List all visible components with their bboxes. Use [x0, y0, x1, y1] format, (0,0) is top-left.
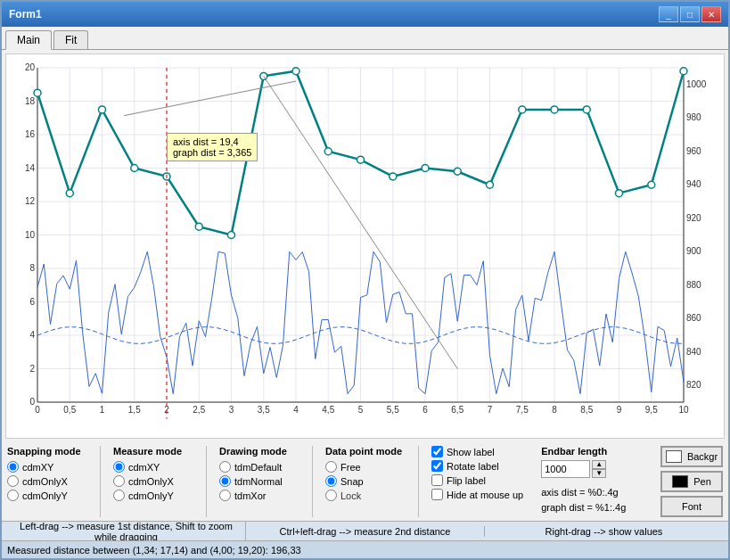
endbar-up[interactable]: ▲ — [592, 460, 606, 469]
controls-row: Snapping mode cdmXY cdmOnlyX cdmOnlyY — [7, 446, 723, 517]
dist-line1: axis dist = %0:.4g — [541, 485, 626, 500]
endbar-input-row: ▲ ▼ — [541, 460, 626, 478]
separator-2 — [206, 446, 207, 517]
minimize-button[interactable]: _ — [659, 6, 678, 22]
tab-fit[interactable]: Fit — [53, 30, 88, 49]
measure-mode-group: Measure mode cdmXY cdmOnlyX cdmOnlyY — [113, 446, 193, 501]
drawing-mode-group: Drawing mode tdmDefault tdmNormal tdmXor — [219, 446, 299, 501]
status-center: Ctrl+left-drag --> measure 2nd distance — [246, 526, 485, 537]
backgr-swatch — [666, 450, 682, 463]
measure-cdmonlyy[interactable]: cdmOnlyY — [113, 490, 193, 501]
tabs-bar: Main Fit — [2, 27, 728, 50]
hide-mouse-up-check[interactable]: Hide at mouse up — [431, 489, 523, 500]
checkbox-group: Show label Rotate label Flip label Hide … — [431, 446, 523, 500]
data-point-mode-group: Data point mode Free Snap Lock — [325, 446, 406, 501]
status-bar: Left-drag --> measure 1st distance, Shif… — [2, 521, 728, 540]
separator-3 — [312, 446, 313, 517]
tab-main[interactable]: Main — [5, 30, 52, 50]
status-left: Left-drag --> measure 1st distance, Shif… — [7, 521, 246, 542]
pen-swatch — [672, 475, 688, 488]
window-controls: _ □ ✕ — [659, 6, 721, 22]
title-bar: Form1 _ □ ✕ — [2, 2, 728, 27]
measure-mode-title: Measure mode — [113, 446, 193, 457]
main-window: Form1 _ □ ✕ Main Fit axis dist = 19,4 gr… — [0, 0, 730, 560]
endbar-group: Endbar length ▲ ▼ axis dist = %0:.4g gra… — [541, 446, 626, 515]
snapping-cdmonlyx[interactable]: cdmOnlyX — [7, 475, 87, 487]
dist-formula: axis dist = %0:.4g graph dist = %1:.4g — [541, 485, 626, 515]
endbar-spinner: ▲ ▼ — [592, 460, 606, 478]
dist-line2: graph dist = %1:.4g — [541, 500, 626, 515]
close-button[interactable]: ✕ — [701, 6, 721, 22]
snapping-cdmxy[interactable]: cdmXY — [7, 461, 87, 473]
show-label-check[interactable]: Show label — [431, 446, 523, 457]
dp-lock[interactable]: Lock — [325, 490, 406, 501]
endbar-down[interactable]: ▼ — [592, 469, 606, 478]
separator-1 — [100, 446, 101, 517]
dp-free[interactable]: Free — [325, 461, 406, 473]
drawing-tdmdefault[interactable]: tdmDefault — [219, 461, 299, 473]
font-button[interactable]: Font — [660, 496, 723, 517]
drawing-tdmxor[interactable]: tdmXor — [219, 490, 299, 501]
data-point-mode-title: Data point mode — [325, 446, 406, 457]
backgr-button[interactable]: Backgr — [660, 446, 723, 467]
chart-area: axis dist = 19,4 graph dist = 3,365 — [5, 54, 725, 439]
dp-snap[interactable]: Snap — [325, 475, 406, 487]
snapping-mode-group: Snapping mode cdmXY cdmOnlyX cdmOnlyY — [7, 446, 87, 501]
status-bottom-text: Measured distance between (1,34; 17,14) … — [7, 545, 301, 556]
status-right: Right-drag --> show values — [485, 526, 723, 537]
snapping-cdmonlyy[interactable]: cdmOnlyY — [7, 490, 87, 501]
buttons-group: Backgr Pen Font — [660, 446, 723, 517]
measure-cdmonlyx[interactable]: cdmOnlyX — [113, 475, 193, 487]
separator-4 — [418, 446, 419, 517]
drawing-mode-title: Drawing mode — [219, 446, 299, 457]
snapping-mode-title: Snapping mode — [7, 446, 87, 457]
controls-area: Snapping mode cdmXY cdmOnlyX cdmOnlyY — [2, 442, 728, 521]
restore-button[interactable]: □ — [680, 6, 700, 22]
measure-cdmxy[interactable]: cdmXY — [113, 461, 193, 473]
window-title: Form1 — [9, 8, 42, 21]
status-bar-bottom: Measured distance between (1,34; 17,14) … — [2, 540, 728, 558]
drawing-tdmnormal[interactable]: tdmNormal — [219, 475, 299, 487]
rotate-label-check[interactable]: Rotate label — [431, 460, 523, 472]
endbar-input[interactable] — [541, 460, 590, 478]
flip-label-check[interactable]: Flip label — [431, 474, 523, 486]
endbar-label: Endbar length — [541, 446, 626, 457]
pen-button[interactable]: Pen — [660, 471, 723, 492]
